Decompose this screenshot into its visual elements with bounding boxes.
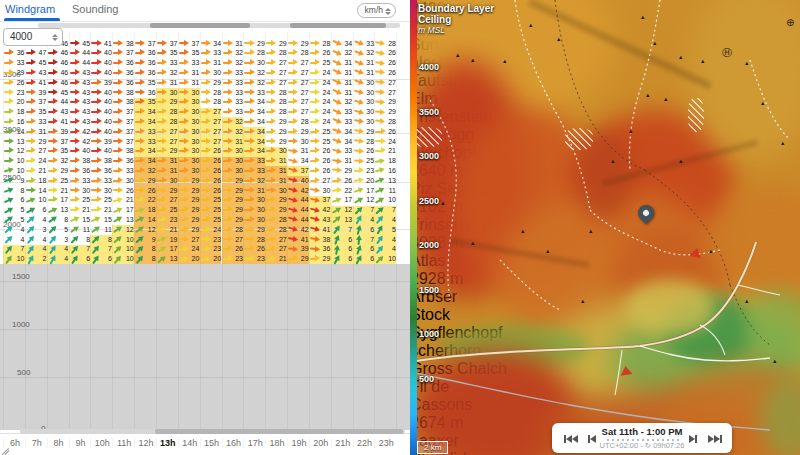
hour-label[interactable]: 16h [222,438,245,448]
wind-speed-value: 4 [386,236,396,244]
wind-speed-value: 24 [320,79,330,87]
colorbar-scale-value: 2000 [419,240,439,250]
wind-arrow-icon [48,176,59,185]
wind-speed-value: 33 [342,108,352,116]
map-scale-bar: 2 km [417,441,448,454]
wind-speed-value: 30 [277,187,287,195]
wind-arrow-icon [244,196,255,205]
wind-arrow-icon [26,117,37,126]
wind-speed-value: 34 [255,147,265,155]
wind-speed-value: 43 [58,108,68,116]
wind-arrow-icon [266,186,277,195]
hour-label[interactable]: 15h [200,438,223,448]
wind-arrow-icon [157,176,168,185]
wind-speed-value: 29 [277,40,287,48]
wind-speed-value: 35 [146,79,156,87]
bottom-scrollbar-thumb[interactable] [155,429,403,434]
wind-speed-value: 33 [255,89,265,97]
wind-speed-value: 30 [189,167,199,175]
step-forward-button[interactable] [689,434,697,444]
wind-speed-value: 27 [299,89,309,97]
wind-arrow-icon [310,147,321,156]
wind-speed-value: 6 [342,245,352,253]
hour-label[interactable]: 18h [265,438,288,448]
tab-sounding[interactable]: Sounding [72,3,119,15]
wind-arrow-icon [266,147,277,156]
wind-speed-value: 35 [36,108,46,116]
altitude-select[interactable]: 4000 [3,28,63,46]
altitude-gridline [0,377,410,378]
hour-label[interactable]: 14h [178,438,201,448]
wind-speed-value: 30 [255,196,265,204]
hour-label[interactable]: 7h [25,438,48,448]
hour-label[interactable]: 8h [47,438,70,448]
wind-arrow-icon [157,39,168,48]
wind-speed-value: 34 [342,128,352,136]
wind-speed-value: 21 [124,196,134,204]
resize-handle[interactable] [1,444,11,454]
wind-speed-value: 28 [277,216,287,224]
wind-speed-value: 26 [211,157,221,165]
top-scrollbar-thumb[interactable] [150,23,250,28]
wind-arrow-icon [113,137,124,146]
skip-start-button[interactable] [564,434,578,444]
wind-arrow-icon [113,117,124,126]
wind-speed-value: 29 [386,98,396,106]
hour-label[interactable]: 11h [112,438,135,448]
wind-speed-value: 28 [277,108,287,116]
timeline-track[interactable] [607,439,679,441]
wind-speed-value: 37 [58,138,68,146]
map-panel[interactable]: Boundary Layer Ceiling m MSL 40003500300… [410,0,800,455]
hour-label[interactable]: 17h [243,438,266,448]
wind-arrow-icon [70,186,81,195]
wind-speed-value: 40 [299,177,309,185]
wind-arrow-icon [4,68,15,77]
hour-label[interactable]: 12h [134,438,157,448]
peak-triangle-icon: ▲ [760,100,765,106]
wind-arrow-icon [26,176,37,185]
hour-label[interactable]: 9h [69,438,92,448]
wind-speed-value: 33 [124,167,134,175]
unit-select[interactable]: km/h [357,3,396,18]
wind-speed-value: 7 [364,236,374,244]
wind-speed-value: 28 [167,118,177,126]
hour-label[interactable]: 20h [309,438,332,448]
wind-arrow-icon [157,137,168,146]
wind-arrow-icon [157,196,168,205]
skip-end-button[interactable] [708,434,722,444]
wind-arrow-icon [223,137,234,146]
hour-label[interactable]: 21h [331,438,354,448]
hour-label[interactable]: 22h [353,438,376,448]
wind-arrow-icon [157,127,168,136]
wind-arrow-icon [310,59,321,68]
wind-arrow-icon [201,225,212,234]
hour-label[interactable]: 23h [374,438,397,448]
wind-arrow-icon [244,68,255,77]
wind-arrow-icon [223,235,234,244]
wind-speed-value: 47 [36,49,46,57]
wind-speed-value: 43 [80,108,90,116]
hour-label[interactable]: 13h [156,438,179,448]
wind-speed-value: 9 [15,177,25,185]
wind-speed-value: 24 [36,157,46,165]
wind-speed-value: 25 [364,157,374,165]
hour-label[interactable]: 19h [287,438,310,448]
wind-speed-value: 6 [364,245,374,253]
step-back-button[interactable] [588,434,596,444]
wind-speed-value: 46 [58,49,68,57]
wind-arrow-icon [157,49,168,58]
wind-speed-value: 46 [58,79,68,87]
wind-speed-value: 32 [167,69,177,77]
wind-speed-value: 29 [189,196,199,204]
hour-label[interactable]: 10h [90,438,113,448]
wind-arrow-icon [310,78,321,87]
wind-speed-value: 10 [15,255,25,263]
wind-speed-value: 41 [102,40,112,48]
wind-speed-value: 27 [233,236,243,244]
tab-windgram[interactable]: Windgram [5,3,55,15]
top-scrollbar-thumb[interactable] [290,23,386,28]
wind-arrow-icon [157,68,168,77]
wind-arrow-icon [288,39,299,48]
peak-triangle-icon: ▲ [520,228,525,234]
wind-speed-value: 26 [320,167,330,175]
